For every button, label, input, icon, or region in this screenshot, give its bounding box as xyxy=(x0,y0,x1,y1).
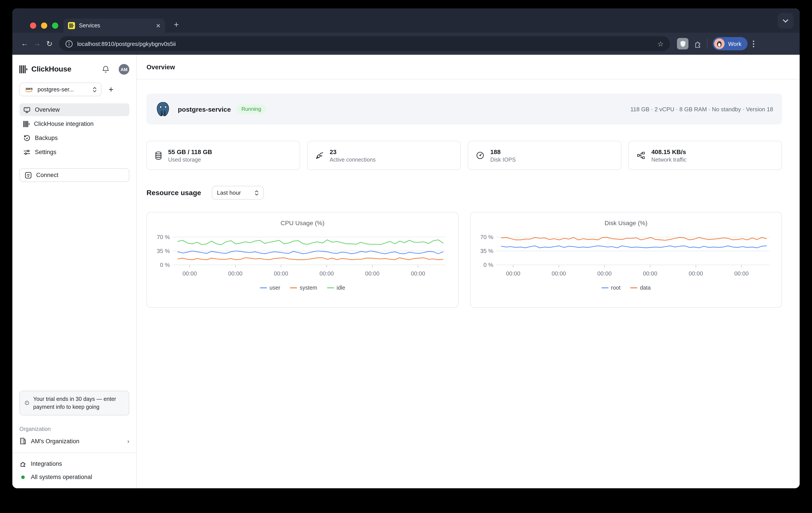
window-controls[interactable] xyxy=(30,23,58,29)
svg-text:00:00: 00:00 xyxy=(643,270,657,277)
sidebar-footer: Integrations All systems operational xyxy=(20,460,129,480)
legend-label: system xyxy=(300,285,317,291)
stat-value: 23 xyxy=(330,148,376,155)
url-bar[interactable]: localhost:8910/postgres/pgkybgnv0s5ii ☆ xyxy=(59,36,670,51)
disk-usage-chart: Disk Usage (%) 70 %35 %0 %00:0000:0000:0… xyxy=(470,212,782,308)
sidebar-item-settings[interactable]: Settings xyxy=(20,146,129,159)
organization-section-label: Organization xyxy=(20,426,129,432)
legend-item-system[interactable]: system xyxy=(290,285,317,291)
network-icon xyxy=(637,151,645,160)
overview-monitor-icon xyxy=(23,106,30,113)
organization-building-icon xyxy=(20,437,27,445)
stat-label: Network traffic xyxy=(651,156,687,163)
extensions-puzzle-icon[interactable] xyxy=(694,40,702,48)
sidebar-item-clickhouse-integration[interactable]: ClickHouse integration xyxy=(20,117,129,130)
stat-label: Used storage xyxy=(168,156,212,163)
svg-text:70 %: 70 % xyxy=(157,234,170,240)
forward-icon[interactable]: → xyxy=(31,37,43,50)
add-service-button[interactable]: + xyxy=(109,85,113,94)
maximize-window-button[interactable] xyxy=(52,23,58,29)
legend-dash-icon xyxy=(327,287,334,288)
plug-icon xyxy=(316,151,323,160)
legend-dash-icon xyxy=(290,287,297,288)
toolbar-separator xyxy=(707,39,707,49)
app-root: ClickHouse AM aws postgres-ser... + xyxy=(12,55,800,488)
disk-usage-plot: 70 %35 %0 %00:0000:0000:0000:0000:0000:0… xyxy=(470,233,782,279)
settings-sliders-icon xyxy=(23,148,30,155)
svg-text:00:00: 00:00 xyxy=(411,270,425,277)
site-info-icon[interactable] xyxy=(65,40,73,48)
tab-search-chevron-icon[interactable] xyxy=(778,13,793,29)
svg-text:00:00: 00:00 xyxy=(689,270,703,277)
time-range-select[interactable]: Last hour xyxy=(212,186,264,200)
integrations-puzzle-icon xyxy=(20,460,27,467)
sidebar-divider xyxy=(12,453,136,453)
clickhouse-favicon xyxy=(68,22,75,29)
legend-item-user[interactable]: user xyxy=(260,285,281,291)
chart-legend: rootdata xyxy=(470,285,782,291)
browser-profile-button[interactable]: Work xyxy=(713,37,748,50)
tab-close-icon[interactable]: ✕ xyxy=(156,22,161,29)
svg-text:00:00: 00:00 xyxy=(228,270,242,277)
legend-item-idle[interactable]: idle xyxy=(327,285,345,291)
stat-label: Disk IOPS xyxy=(490,156,516,163)
sidebar-item-label: Overview xyxy=(35,106,60,113)
svg-text:00:00: 00:00 xyxy=(552,270,566,277)
chart-legend: usersystemidle xyxy=(147,285,458,291)
stat-card-disk-iops: 188 Disk IOPS xyxy=(468,141,621,170)
integrations-label: Integrations xyxy=(31,460,62,467)
reload-icon[interactable]: ↻ xyxy=(43,37,56,50)
connect-wifi-icon xyxy=(25,172,32,178)
browser-toolbar: ← → ↻ localhost:8910/postgres/pgkybgnv0s… xyxy=(12,33,800,55)
system-status-row[interactable]: All systems operational xyxy=(20,474,129,480)
sidebar-item-overview[interactable]: Overview xyxy=(20,103,129,116)
brand-name: ClickHouse xyxy=(31,65,71,74)
stat-label: Active connections xyxy=(330,156,376,163)
tab-strip: Services ✕ + xyxy=(12,8,800,33)
close-window-button[interactable] xyxy=(30,23,36,29)
main-content: Overview postgres-service xyxy=(137,55,800,488)
notifications-bell-icon[interactable] xyxy=(102,65,110,73)
service-selector[interactable]: aws postgres-ser... xyxy=(20,83,102,96)
connect-button[interactable]: Connect xyxy=(20,168,129,182)
back-icon[interactable]: ← xyxy=(19,37,31,50)
svg-text:00:00: 00:00 xyxy=(182,270,197,277)
sidebar-item-backups[interactable]: Backups xyxy=(20,132,129,144)
service-hero: postgres-service Running 118 GB · 2 vCPU… xyxy=(146,93,782,124)
service-name: postgres-service xyxy=(178,105,231,113)
postgresql-logo xyxy=(155,101,171,117)
stat-value: 408.15 KB/s xyxy=(651,148,687,155)
page-title: Overview xyxy=(146,63,175,70)
legend-item-data[interactable]: data xyxy=(630,285,651,291)
sidebar-header: ClickHouse AM xyxy=(20,63,129,76)
integrations-link[interactable]: Integrations xyxy=(20,460,129,467)
organization-name: AM's Organization xyxy=(31,438,80,444)
sidebar-item-label: Backups xyxy=(35,135,58,141)
trial-notice-text: Your trial ends in 30 days — enter payme… xyxy=(33,395,124,411)
user-avatar[interactable]: AM xyxy=(119,64,129,75)
connect-button-label: Connect xyxy=(36,172,58,178)
browser-menu-icon[interactable] xyxy=(753,40,754,47)
url-text[interactable]: localhost:8910/postgres/pgkybgnv0s5ii xyxy=(77,40,653,47)
new-tab-button[interactable]: + xyxy=(174,20,179,30)
cpu-usage-plot: 70 %35 %0 %00:0000:0000:0000:0000:0000:0… xyxy=(147,233,458,279)
selector-updown-chevron-icon xyxy=(93,86,97,92)
legend-item-root[interactable]: root xyxy=(601,285,620,291)
tab-services[interactable]: Services ✕ xyxy=(63,19,165,33)
bookmark-star-icon[interactable]: ☆ xyxy=(657,39,664,48)
legend-dash-icon xyxy=(630,287,637,288)
shield-extension-icon[interactable] xyxy=(677,38,689,50)
svg-text:0 %: 0 % xyxy=(160,262,170,268)
stat-cards-row: 55 GB / 118 GB Used storage 23 Active co… xyxy=(146,141,782,170)
profile-penguin-avatar xyxy=(714,38,725,49)
status-dot-icon xyxy=(21,475,25,479)
legend-label: root xyxy=(611,285,620,291)
sidebar-nav: Overview ClickHouse integration Backups … xyxy=(20,103,129,159)
page-header: Overview xyxy=(137,55,800,80)
clickhouse-logo-icon xyxy=(20,65,27,73)
organization-row[interactable]: AM's Organization › xyxy=(20,437,129,445)
minimize-window-button[interactable] xyxy=(41,23,47,29)
chart-title: CPU Usage (%) xyxy=(147,220,458,228)
charts-row: CPU Usage (%) 70 %35 %0 %00:0000:0000:00… xyxy=(146,212,782,308)
legend-label: data xyxy=(640,285,651,291)
